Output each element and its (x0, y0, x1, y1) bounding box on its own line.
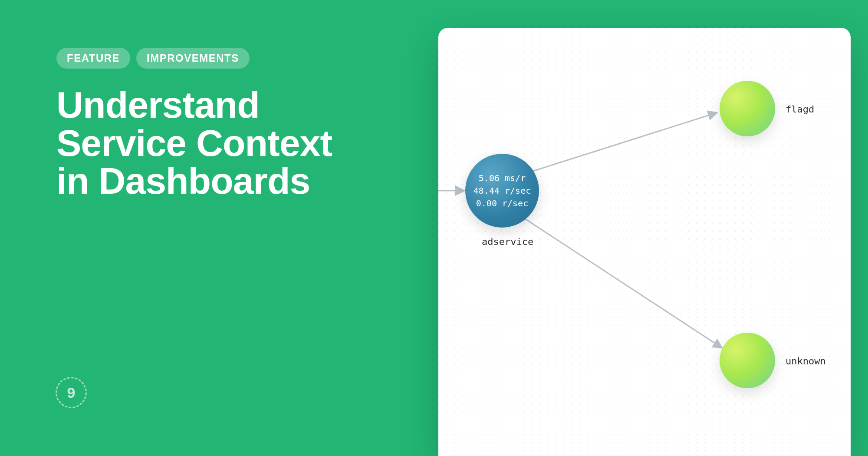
headline: Understand Service Context in Dashboards (56, 86, 391, 200)
node-unknown-label: unknown (786, 356, 826, 367)
service-graph-panel: 5.06 ms/r 48.44 r/sec 0.00 r/sec adservi… (438, 28, 851, 456)
badge-feature: FEATURE (56, 48, 130, 69)
hero-card: FEATURE IMPROVEMENTS Understand Service … (0, 0, 868, 456)
left-column: FEATURE IMPROVEMENTS Understand Service … (56, 48, 391, 200)
node-flagd[interactable] (720, 81, 775, 136)
node-unknown[interactable] (720, 333, 775, 388)
brand-badge-text: 9 (67, 384, 76, 401)
edge-to-flagd (533, 113, 716, 171)
edge-to-unknown (525, 219, 721, 347)
headline-line-1: Understand (56, 84, 260, 126)
node-adservice-label: adservice (482, 236, 533, 247)
metric-rate: 48.44 r/sec (473, 185, 531, 197)
headline-line-3: in Dashboards (56, 160, 310, 202)
node-adservice[interactable]: 5.06 ms/r 48.44 r/sec 0.00 r/sec (465, 154, 539, 228)
badge-row: FEATURE IMPROVEMENTS (56, 48, 391, 69)
metric-latency: 5.06 ms/r (479, 172, 526, 185)
brand-badge-icon: 9 (56, 377, 87, 408)
metric-error-rate: 0.00 r/sec (476, 197, 528, 210)
headline-line-2: Service Context (56, 122, 332, 164)
node-flagd-label: flagd (786, 104, 814, 115)
badge-improvements: IMPROVEMENTS (136, 48, 250, 69)
